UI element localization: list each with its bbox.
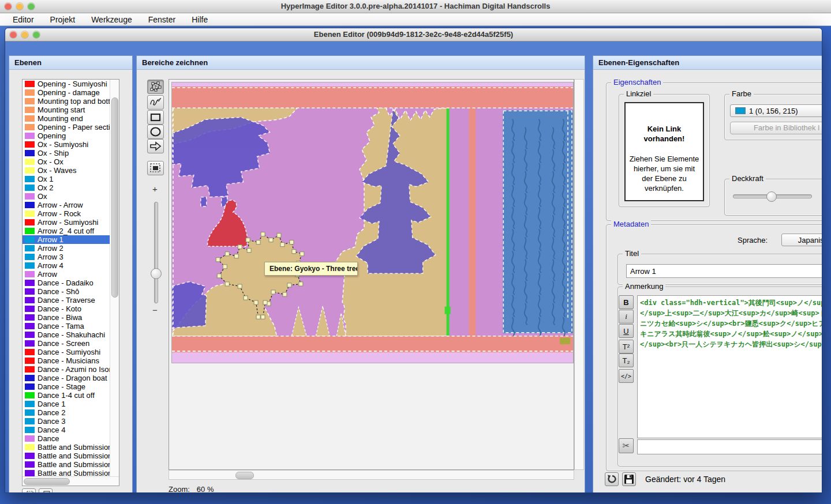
menu-item-editor[interactable]: Editor bbox=[5, 13, 42, 26]
layer-item[interactable]: Arrow - Arrow bbox=[23, 201, 110, 209]
cut-button[interactable]: ✂ bbox=[619, 438, 634, 453]
layer-item[interactable]: Dance - Screen bbox=[23, 339, 110, 348]
rectangle-tool[interactable] bbox=[147, 110, 164, 125]
layer-item[interactable]: Ox - Ox bbox=[23, 157, 110, 166]
layer-item[interactable]: Arrow bbox=[23, 270, 110, 279]
scrollbar-thumb[interactable] bbox=[24, 478, 70, 485]
language-select[interactable]: Japanisch bbox=[781, 234, 822, 246]
layer-item[interactable]: Dance - Shakuhachi bbox=[23, 330, 110, 339]
code-button[interactable]: </> bbox=[619, 369, 634, 383]
ellipse-tool[interactable] bbox=[147, 125, 164, 139]
layer-item[interactable]: Dance - Musicians bbox=[23, 356, 110, 365]
layer-label: Ox - Sumiyoshi bbox=[38, 140, 88, 149]
region-mounting-top[interactable] bbox=[172, 86, 573, 108]
layer-item[interactable]: Opening bbox=[23, 131, 110, 140]
editor-window-titlebar[interactable]: Ebenen Editor (009b94d9-1812-3e2c-9e48-e… bbox=[5, 28, 822, 42]
zoom-out-label[interactable]: − bbox=[152, 305, 158, 315]
layer-item[interactable]: Dance bbox=[23, 434, 110, 443]
layer-item[interactable]: Opening - Sumiyoshi bbox=[23, 80, 110, 88]
layer-item[interactable]: Dance 1 bbox=[23, 400, 110, 408]
add-layer-button[interactable] bbox=[22, 488, 36, 493]
zoom-slider-track[interactable] bbox=[154, 202, 158, 303]
undo-button[interactable] bbox=[605, 472, 619, 486]
handscroll-image[interactable] bbox=[172, 82, 573, 363]
menu-item-fenster[interactable]: Fenster bbox=[140, 13, 184, 26]
layer-item[interactable]: Dance 3 bbox=[23, 417, 110, 426]
layer-item[interactable]: Ox - Waves bbox=[23, 166, 110, 175]
arrow-tool[interactable] bbox=[147, 139, 164, 153]
scrollbar-thumb[interactable] bbox=[235, 472, 254, 479]
layer-item[interactable]: Dance - Dadaiko bbox=[23, 279, 110, 287]
layer-item[interactable]: Dance - Tama bbox=[23, 322, 110, 330]
layer-item[interactable]: Arrow 1 bbox=[23, 235, 110, 244]
layer-item[interactable]: Dance 1-4 cut off bbox=[23, 391, 110, 400]
layer-item[interactable]: Opening - damage bbox=[23, 88, 110, 97]
layer-item[interactable]: Arrow - Sumiyoshi bbox=[23, 218, 110, 227]
polygon-select-tool[interactable] bbox=[147, 80, 164, 94]
layer-label: Dance - Traverse bbox=[38, 296, 95, 304]
layer-item[interactable]: Dance - Koto bbox=[23, 304, 110, 313]
menu-item-werkzeuge[interactable]: Werkzeuge bbox=[83, 13, 140, 26]
menu-item-hilfe[interactable]: Hilfe bbox=[184, 13, 216, 26]
canvas-viewport[interactable]: Ebene: Gyokyo - Three trees bbox=[169, 79, 574, 470]
layer-item[interactable]: Mounting top and bott bbox=[23, 97, 110, 106]
layer-item[interactable]: Battle and Submission bbox=[23, 443, 110, 452]
layer-item[interactable]: Ox 1 bbox=[23, 175, 110, 183]
region-mounting-bottom[interactable] bbox=[172, 336, 573, 352]
opacity-slider-thumb[interactable] bbox=[766, 191, 777, 202]
region-building-small[interactable] bbox=[172, 281, 207, 328]
layer-item[interactable]: Dance - Shô bbox=[23, 287, 110, 296]
remove-layer-button[interactable] bbox=[39, 488, 53, 493]
italic-button[interactable]: i bbox=[619, 310, 634, 324]
region-calligraphy-panel[interactable] bbox=[503, 110, 573, 338]
region-paper-section[interactable] bbox=[469, 108, 476, 336]
layer-item[interactable]: Arrow 2 bbox=[23, 244, 110, 253]
layer-item[interactable]: Ox bbox=[23, 192, 110, 201]
layer-label: Battle and Submission bbox=[38, 460, 110, 469]
link-drop-target[interactable]: Kein Link vorhanden! Ziehen Sie Elemente… bbox=[624, 102, 704, 201]
color-select[interactable]: 1 (0, 156, 215) bbox=[730, 104, 822, 117]
layer-item[interactable]: Battle and Submission bbox=[23, 460, 110, 469]
title-input[interactable]: Arrow 1 bbox=[626, 264, 822, 278]
subscript-button[interactable]: T₂ bbox=[619, 353, 634, 367]
bold-button[interactable]: B bbox=[619, 295, 634, 309]
save-button[interactable] bbox=[622, 472, 636, 486]
region-cutoff-line[interactable] bbox=[447, 108, 450, 336]
layer-item[interactable]: Arrow 2_4 cut off bbox=[23, 227, 110, 235]
layer-list-vscrollbar[interactable] bbox=[110, 80, 119, 477]
layer-item[interactable]: Dance - Azumi no Isor bbox=[23, 365, 110, 374]
layer-item[interactable]: Dance 4 bbox=[23, 426, 110, 434]
scrollbar-thumb[interactable] bbox=[111, 97, 118, 298]
layer-item[interactable]: Mounting start bbox=[23, 106, 110, 114]
layer-item[interactable]: Arrow 4 bbox=[23, 261, 110, 270]
layer-item[interactable]: Dance - Traverse bbox=[23, 296, 110, 304]
layer-list[interactable]: Opening - SumiyoshiOpening - damageMount… bbox=[22, 79, 119, 486]
zoom-slider-thumb[interactable] bbox=[151, 268, 162, 279]
viewport-hscrollbar[interactable] bbox=[169, 470, 574, 480]
layer-item[interactable]: Dance - Biwa bbox=[23, 313, 110, 322]
annotation-extra-input[interactable] bbox=[637, 439, 822, 454]
layer-item[interactable]: Ox - Ship bbox=[23, 149, 110, 157]
layer-item[interactable]: Opening - Paper sectic bbox=[23, 123, 110, 131]
layer-item[interactable]: Battle and Submission bbox=[23, 452, 110, 460]
layer-item[interactable]: Ox - Sumiyoshi bbox=[23, 140, 110, 149]
freehand-tool[interactable] bbox=[147, 95, 164, 110]
layer-item[interactable]: Ox 2 bbox=[23, 183, 110, 192]
color-library-button[interactable]: Farbe in Bibliothek l bbox=[730, 122, 822, 134]
underline-button[interactable]: U bbox=[619, 324, 634, 338]
layer-item[interactable]: Dance - Sumiyoshi bbox=[23, 348, 110, 356]
viewport-vscrollbar[interactable] bbox=[574, 79, 584, 470]
scroll-image-canvas[interactable]: Ebene: Gyokyo - Three trees bbox=[171, 82, 574, 363]
layer-item[interactable]: Dance 2 bbox=[23, 408, 110, 417]
edit-region-tool[interactable] bbox=[147, 161, 164, 175]
superscript-button[interactable]: T² bbox=[619, 340, 634, 353]
zoom-in-label[interactable]: + bbox=[152, 184, 158, 194]
layer-item[interactable]: Dance - Stage bbox=[23, 382, 110, 391]
layer-item[interactable]: Mounting end bbox=[23, 114, 110, 123]
annotation-textarea[interactable]: <div class="hdh-vertical">其後門司<sup>ノ</su… bbox=[637, 295, 822, 438]
layer-item[interactable]: Arrow - Rock bbox=[23, 209, 110, 218]
menu-item-projekt[interactable]: Projekt bbox=[42, 13, 84, 26]
layer-item[interactable]: Dance - Dragon boat bbox=[23, 374, 110, 382]
layer-item[interactable]: Arrow 3 bbox=[23, 253, 110, 261]
layer-list-hscrollbar[interactable] bbox=[23, 476, 119, 486]
